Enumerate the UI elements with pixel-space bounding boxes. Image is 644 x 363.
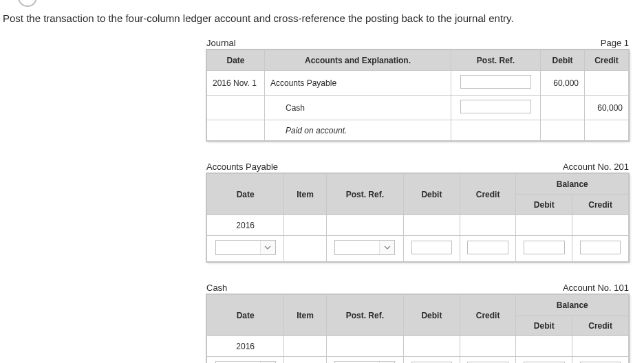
- journal-row-postref-cell: [451, 96, 541, 120]
- balance-debit-input[interactable]: [524, 241, 565, 254]
- ap-year: 2016: [207, 215, 284, 236]
- journal-row-debit: [541, 96, 585, 120]
- ledger-header-credit: Credit: [460, 295, 516, 336]
- journal-row-credit: [585, 120, 629, 141]
- journal-row-debit: 60,000: [541, 71, 585, 96]
- ap-bal-credit-input-cell: [572, 236, 629, 262]
- journal-title: Journal: [206, 38, 236, 48]
- cash-debit-cell: [404, 336, 460, 357]
- ap-debit-cell: [404, 215, 460, 236]
- ledger-header-balance-credit: Credit: [572, 195, 629, 215]
- journal-row-account: Cash: [265, 96, 451, 120]
- chevron-down-icon: [260, 241, 275, 254]
- ap-credit-input-cell: [460, 236, 516, 262]
- journal-row-postref-cell: [451, 71, 541, 96]
- cash-bal-credit-input-cell: [572, 357, 629, 364]
- cash-bal-credit-cell: [572, 336, 629, 357]
- ap-postref-cell: [326, 215, 403, 236]
- journal-header-debit: Debit: [541, 50, 585, 71]
- cash-bal-debit-input-cell: [516, 357, 572, 364]
- ap-bal-credit-cell: [572, 215, 629, 236]
- ledger-header-date: Date: [207, 295, 284, 336]
- journal-table: Date Accounts and Explanation. Post. Ref…: [206, 50, 629, 141]
- ap-bal-debit-cell: [516, 215, 572, 236]
- journal-row-account: Paid on account.: [265, 120, 451, 141]
- ledger-header-debit: Debit: [404, 295, 460, 336]
- journal-row-date: 2016 Nov. 1: [207, 71, 265, 96]
- ap-postref-input-cell: [326, 236, 403, 262]
- journal-row-postref-cell: [451, 120, 541, 141]
- ledger-header-date: Date: [207, 174, 284, 215]
- journal-header-postref: Post. Ref.: [451, 50, 541, 71]
- journal-row-credit: [585, 71, 629, 96]
- ap-account-no: Account No. 201: [563, 162, 629, 172]
- debit-input[interactable]: [411, 241, 453, 254]
- journal-row-debit: [541, 120, 585, 141]
- postref-dropdown[interactable]: [334, 240, 395, 255]
- journal-header-accounts: Accounts and Explanation.: [265, 50, 451, 71]
- journal-header-date: Date: [207, 50, 265, 71]
- chevron-down-icon: [379, 241, 394, 254]
- ap-ledger-table: Date Item Post. Ref. Debit Credit Balanc…: [206, 173, 629, 262]
- cash-credit-input-cell: [460, 357, 516, 364]
- journal-row-date: [207, 120, 265, 141]
- ledger-header-item: Item: [284, 174, 326, 215]
- credit-input[interactable]: [467, 241, 508, 254]
- ap-title: Accounts Payable: [206, 162, 278, 172]
- ledger-header-balance-debit: Debit: [516, 316, 572, 336]
- ledger-header-credit: Credit: [460, 174, 516, 215]
- cash-ledger-table: Date Item Post. Ref. Debit Credit Balanc…: [206, 294, 629, 363]
- cash-item-input-cell: [284, 357, 326, 364]
- cash-item-cell: [284, 336, 326, 357]
- cash-credit-cell: [460, 336, 516, 357]
- ap-debit-input-cell: [404, 236, 460, 262]
- journal-row-credit: 60,000: [585, 96, 629, 120]
- cash-title: Cash: [206, 283, 227, 293]
- ledger-header-balance-debit: Debit: [516, 195, 572, 215]
- cash-debit-input-cell: [404, 357, 460, 364]
- cash-postref-input-cell: [326, 357, 403, 364]
- balance-credit-input[interactable]: [580, 241, 621, 254]
- journal-row-account: Accounts Payable: [265, 71, 451, 96]
- ledger-header-item: Item: [284, 295, 326, 336]
- cash-postref-cell: [326, 336, 403, 357]
- ap-item-cell: [284, 215, 326, 236]
- instruction-text: Post the transaction to the four-column …: [3, 12, 644, 24]
- ledger-header-postref: Post. Ref.: [326, 295, 403, 336]
- ap-bal-debit-input-cell: [516, 236, 572, 262]
- ledger-header-balance: Balance: [516, 295, 629, 316]
- ledger-header-balance: Balance: [516, 174, 629, 195]
- ap-credit-cell: [460, 215, 516, 236]
- ledger-header-balance-credit: Credit: [572, 316, 629, 336]
- date-dropdown[interactable]: [215, 240, 276, 255]
- postref-input[interactable]: [460, 100, 532, 113]
- cash-year: 2016: [207, 336, 284, 357]
- journal-header-credit: Credit: [585, 50, 629, 71]
- ap-date-input-cell: [207, 236, 284, 262]
- ledger-header-debit: Debit: [404, 174, 460, 215]
- journal-row-date: [207, 96, 265, 120]
- ledger-header-postref: Post. Ref.: [326, 174, 403, 215]
- cash-date-input-cell: [207, 357, 284, 364]
- postref-input[interactable]: [460, 75, 532, 89]
- journal-page: Page 1: [601, 38, 629, 48]
- cash-bal-debit-cell: [516, 336, 572, 357]
- ap-item-input-cell: [284, 236, 326, 262]
- step-indicator-circle: [18, 0, 37, 7]
- cash-account-no: Account No. 101: [563, 283, 629, 293]
